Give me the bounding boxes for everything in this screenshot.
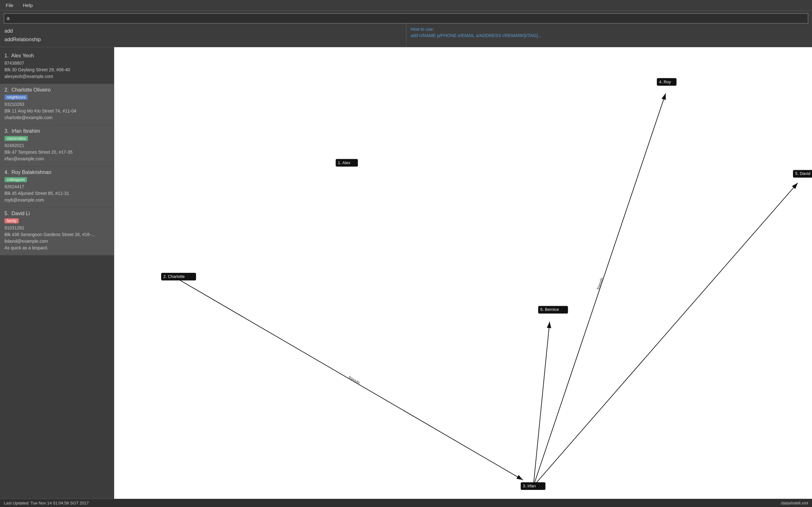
contact-email: lidavid@example.com [4,238,109,245]
graph-node[interactable]: 1. Alex [336,159,358,167]
command-area [0,11,812,23]
contact-phone: 91031282 [4,225,109,231]
contact-list[interactable]: 1. Alex Yeoh87438807Blk 30 Geylang Stree… [0,47,114,499]
contact-tag: neighbours [4,95,28,100]
node-label: 4. Roy [659,79,671,84]
autocomplete-panel: addaddRelationship How to use: add n/NAM… [0,23,812,47]
contact-name: 1. Alex Yeoh [4,53,109,59]
contact-phone: 92624417 [4,183,109,190]
graph-node[interactable]: 2. Charlotte [161,273,196,280]
graph-node[interactable]: 3. Irfan [521,482,546,490]
graph-node[interactable]: 4. Roy [657,78,676,86]
command-input-wrapper [4,13,808,23]
contact-address: Blk 47 Tampines Street 20, #17-35 [4,149,109,156]
contact-item[interactable]: 4. Roy Balakrishnancolleagues92624417Blk… [0,166,114,208]
file-path: ./data/intelli.xml [780,501,808,505]
graph-svg: friendsfriends1. Alex2. Charlotte3. Irfa… [114,47,812,499]
contact-address: Blk 11 Ang Mo Kio Street 74, #11-04 [4,108,109,114]
help-panel: How to use: add n/NAME p/PHONE e/EMAIL a… [406,23,812,47]
contact-email: royb@example.com [4,197,109,204]
contact-item[interactable]: 1. Alex Yeoh87438807Blk 30 Geylang Stree… [0,50,114,84]
contact-address: Blk 436 Serangoon Gardens Street 26, #16… [4,231,109,238]
contact-name: 2. Charlotte Oliveiro [4,87,109,93]
node-label: 6. Bernice [541,307,559,312]
contact-email: alexyeoh@example.com [4,73,109,80]
contact-email: irfan@example.com [4,156,109,162]
main-content: 1. Alex Yeoh87438807Blk 30 Geylang Stree… [0,47,812,499]
statusbar: Last Updated: Tue Nov 14 01:04:58 SGT 20… [0,499,812,507]
graph-edge [534,183,798,486]
contact-item[interactable]: 3. Irfan Ibrahimclassmates92492021Blk 47… [0,125,114,166]
graph-area: friendsfriends1. Alex2. Charlotte3. Irfa… [114,47,812,499]
node-label: 1. Alex [338,160,351,165]
command-input[interactable] [7,15,805,21]
node-label: 5. David [795,171,810,176]
contact-tag: family [4,218,19,223]
autocomplete-item[interactable]: add [4,26,402,35]
last-updated: Last Updated: Tue Nov 14 01:04:58 SGT 20… [4,501,89,505]
autocomplete-list: addaddRelationship [0,23,406,47]
help-text: add n/NAME p/PHONE e/EMAIL a/ADDRESS r/R… [411,33,808,38]
help-title: How to use: [411,26,808,32]
contact-phone: 93210283 [4,101,109,108]
graph-node[interactable]: 5. David [793,170,812,178]
edge-label: friends [348,375,361,386]
contact-phone: 87438807 [4,60,109,66]
contact-email: charlotte@example.com [4,114,109,121]
contact-name: 4. Roy Balakrishnan [4,170,109,175]
menu-file[interactable]: File [4,2,15,9]
contact-address: Blk 30 Geylang Street 29, #06-40 [4,66,109,73]
contact-phone: 92492021 [4,142,109,149]
menu-help[interactable]: Help [21,2,35,9]
contact-item[interactable]: 5. David Lifamily91031282Blk 436 Serango… [0,208,114,256]
contact-name: 5. David Li [4,211,109,216]
node-label: 3. Irfan [523,484,536,488]
graph-node[interactable]: 6. Bernice [538,306,568,314]
menubar: File Help [0,0,812,11]
contact-remark: As quick as a leopard. [4,245,109,251]
contact-tag: classmates [4,136,28,141]
contact-item[interactable]: 2. Charlotte Oliveironeighbours93210283B… [0,84,114,125]
contact-tag: colleagues [4,177,27,182]
contact-name: 3. Irfan Ibrahim [4,128,109,134]
contact-address: Blk 45 Aljunied Street 85, #11-31 [4,190,109,197]
edge-label: friends [596,277,605,290]
node-label: 2. Charlotte [163,274,185,279]
autocomplete-item[interactable]: addRelationship [4,35,402,44]
